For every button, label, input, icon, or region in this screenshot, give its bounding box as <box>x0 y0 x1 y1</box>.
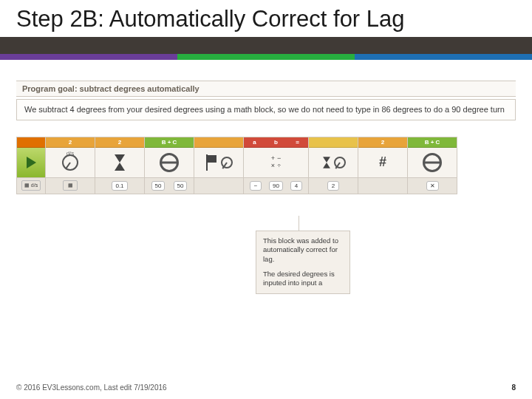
gyro-icon <box>62 154 78 171</box>
gyro-icon <box>334 157 346 168</box>
program-goal-label: Program goal: subtract degrees automatic… <box>16 81 516 97</box>
wait-block: 2 0.1 <box>95 137 145 194</box>
play-icon <box>27 157 36 168</box>
math-block: a b = +− ×÷ − 90 4 <box>244 137 309 194</box>
flag-icon <box>205 154 218 171</box>
title-underline-dark <box>0 37 532 54</box>
loop-wait-block <box>194 137 244 194</box>
hash-icon: # <box>379 154 386 170</box>
page-number: 8 <box>511 383 516 392</box>
gyro-icon <box>221 157 233 168</box>
start-block: ▦ d/s <box>16 137 46 194</box>
callout-text-2: The desired degrees is inputed into inpu… <box>263 270 343 288</box>
gyro-reset-block: 2 d/s ▦ <box>46 137 95 194</box>
stop-motors-block: B + C ✕ <box>408 137 457 194</box>
slide-footer: © 2016 EV3Lessons.com, Last edit 7/19/20… <box>16 383 516 392</box>
slide-title: Step 2B: Automatically Correct for Lag <box>0 0 532 37</box>
title-underline-colors <box>0 54 532 60</box>
steering-icon <box>423 153 442 172</box>
program-explanation: We subtract 4 degrees from your desired … <box>16 99 516 120</box>
copyright-text: © 2016 EV3Lessons.com, Last edit 7/19/20… <box>16 383 167 392</box>
callout-connector <box>299 216 299 231</box>
callout-text-1: This block was added to automatically co… <box>263 236 343 264</box>
gyro-compare-block: 2 <box>309 137 358 194</box>
move-steering-block: B + C 50 50 <box>145 137 194 194</box>
hourglass-icon <box>115 154 125 171</box>
ev3-block-sequence: ▦ d/s 2 d/s ▦ 2 0.1 B + C 50 50 <box>16 137 516 194</box>
annotation-callout: This block was added to automatically co… <box>256 231 350 294</box>
math-ops-icon: +− ×÷ <box>271 155 282 169</box>
steering-icon <box>160 153 179 172</box>
hourglass-icon <box>323 157 330 168</box>
variable-block: 2 # <box>358 137 408 194</box>
